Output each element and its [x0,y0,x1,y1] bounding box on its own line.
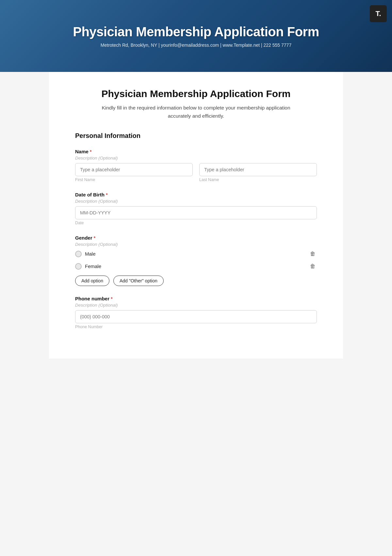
header-title: Physician Membership Application Form [73,24,319,39]
logo: T. [370,5,387,22]
field-phone: Phone number * Description (Optional) Ph… [75,296,317,329]
required-star-name: * [90,149,92,154]
section-personal-title: Personal Information [75,132,317,141]
delete-male-icon[interactable]: 🗑 [309,249,317,259]
required-star-dob: * [106,192,108,197]
field-name-label: Name * [75,149,317,154]
field-dob: Date of Birth * Description (Optional) D… [75,192,317,225]
radio-male-label: Male [85,251,96,257]
first-name-sublabel: First Name [75,177,193,182]
phone-input[interactable] [75,310,317,323]
form-main-title: Physician Membership Application Form [75,88,317,99]
field-gender-label: Gender * [75,235,317,241]
dob-sublabel: Date [75,221,317,225]
field-name-description: Description (Optional) [75,156,317,160]
radio-female[interactable] [75,263,82,270]
field-gender-description: Description (Optional) [75,242,317,247]
first-name-col: First Name [75,163,193,182]
form-description: Kindly fill in the required information … [75,104,317,120]
name-row: First Name Last Name [75,163,317,182]
gender-option-female-row: Female 🗑 [75,262,317,271]
delete-female-icon[interactable]: 🗑 [309,262,317,271]
radio-female-label: Female [85,263,101,269]
required-star-gender: * [94,235,96,241]
dob-input[interactable] [75,206,317,219]
field-phone-label: Phone number * [75,296,317,301]
last-name-input[interactable] [199,163,317,176]
gender-option-female-left: Female [75,263,101,270]
required-star-phone: * [111,296,113,301]
field-gender: Gender * Description (Optional) Male 🗑 F… [75,235,317,286]
header-contact: Metrotech Rd, Brooklyn, NY | yourinfo@em… [101,42,291,48]
last-name-sublabel: Last Name [199,177,317,182]
gender-option-male-row: Male 🗑 [75,249,317,259]
field-dob-description: Description (Optional) [75,199,317,204]
radio-male[interactable] [75,251,82,257]
first-name-input[interactable] [75,163,193,176]
gender-option-male-left: Male [75,251,96,257]
add-other-option-button[interactable]: Add "Other" option [113,276,164,286]
add-option-button[interactable]: Add option [75,276,109,286]
header-banner: T. Physician Membership Application Form… [0,0,392,72]
add-option-row: Add option Add "Other" option [75,276,317,286]
main-content: Physician Membership Application Form Ki… [49,72,343,359]
field-dob-label: Date of Birth * [75,192,317,197]
phone-sublabel: Phone Number [75,325,317,329]
last-name-col: Last Name [199,163,317,182]
field-name: Name * Description (Optional) First Name… [75,149,317,182]
field-phone-description: Description (Optional) [75,303,317,308]
